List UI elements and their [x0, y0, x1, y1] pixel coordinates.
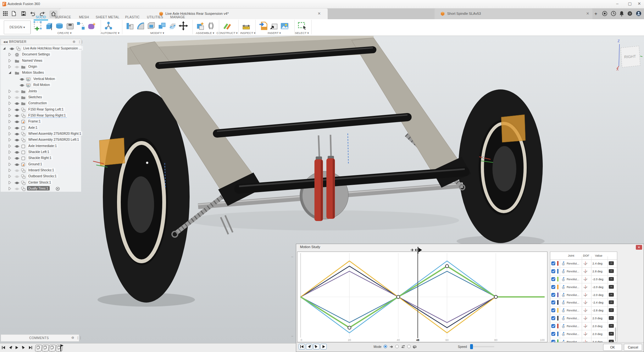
browser-item[interactable]: Roll Motion	[1, 82, 81, 88]
browser-item[interactable]: Wheel Assembly 275/60R20 Left:1	[1, 137, 81, 143]
visibility-eye-icon[interactable]	[19, 77, 25, 82]
browser-item[interactable]: Axle:1	[1, 125, 81, 131]
table-scrollbar[interactable]	[615, 327, 616, 341]
visibility-eye-icon[interactable]	[14, 186, 19, 191]
timeline-skip-start-button[interactable]	[1, 345, 8, 351]
visibility-eye-icon[interactable]	[14, 119, 19, 124]
joint-row[interactable]: Revolut... 2.8 deg –	[550, 268, 617, 275]
visibility-eye-icon[interactable]	[14, 113, 19, 118]
browser-item[interactable]: Sketches	[1, 94, 81, 100]
timeline-joint-feature-icon[interactable]	[35, 345, 42, 351]
panel-grip-icon[interactable]: ❘❘	[76, 336, 82, 339]
collapse-value-button[interactable]: –	[609, 332, 614, 336]
app-grid-button[interactable]	[2, 11, 9, 17]
expander-open-icon[interactable]	[2, 46, 7, 51]
joint-row[interactable]: Revolut... 2.0 deg –	[550, 322, 617, 330]
browser-item[interactable]: Document Settings	[1, 52, 81, 58]
shell-tool-icon[interactable]	[147, 21, 156, 31]
joint-tool-icon[interactable]	[206, 21, 216, 31]
newcomp-tool-icon[interactable]	[196, 21, 205, 31]
profile-icon[interactable]	[635, 11, 642, 17]
expander-closed-icon[interactable]	[8, 132, 13, 137]
browser-item-label[interactable]: Construction	[27, 101, 48, 105]
group-label[interactable]: INSERT ▾	[268, 31, 281, 35]
browser-item[interactable]: Vertical Motion	[1, 76, 81, 82]
panel-resize-handle[interactable]: ⇔	[291, 334, 294, 338]
notifications-icon[interactable]	[618, 11, 625, 17]
visibility-eye-icon[interactable]	[14, 95, 19, 100]
revolve-tool-icon[interactable]	[55, 21, 64, 31]
browser-item[interactable]: Shackle Left:1	[1, 149, 81, 155]
ribbon-tab-plastic[interactable]: PLASTIC	[125, 15, 140, 19]
joint-checkbox[interactable]	[551, 332, 555, 336]
presspull-tool-icon[interactable]	[125, 21, 135, 31]
timeline-skip-end-button[interactable]	[28, 345, 35, 351]
visibility-eye-icon[interactable]	[14, 168, 19, 173]
joint-row[interactable]: Revolut... -2.0 deg –	[550, 283, 617, 291]
visibility-eye-icon[interactable]	[14, 174, 19, 179]
browser-item-label[interactable]: F150 Rear Spring Left:1	[27, 107, 65, 111]
mode-radio-loop[interactable]	[407, 345, 411, 348]
browser-item[interactable]: Joints	[1, 88, 81, 94]
browser-item-label[interactable]: Center Shock:1	[27, 180, 52, 185]
visibility-eye-icon[interactable]	[14, 150, 19, 155]
collapse-value-button[interactable]: –	[609, 269, 614, 273]
browser-item-label[interactable]: Outboard Shocks:1	[27, 174, 58, 178]
fillet-tool-icon[interactable]	[136, 21, 145, 31]
extensions-icon[interactable]	[601, 11, 608, 17]
workspace-selector[interactable]: DESIGN ▾	[4, 20, 31, 34]
joint-value[interactable]: -2.0 deg	[592, 285, 603, 289]
browser-item[interactable]: Origin	[1, 64, 81, 70]
pattern-tool-icon[interactable]	[76, 21, 86, 31]
group-label[interactable]: AUTOMATE ▾	[101, 31, 119, 35]
visibility-eye-icon[interactable]	[14, 101, 19, 106]
motion-chart[interactable]: 02040486080100	[297, 252, 547, 342]
expander-closed-icon[interactable]	[8, 95, 13, 100]
collapse-value-button[interactable]: –	[609, 293, 614, 297]
timeline-step-forward-button[interactable]	[21, 345, 28, 351]
browser-header[interactable]: ◀◀ BROWSER ⊖ ❘❘	[1, 39, 81, 45]
browser-item[interactable]: Axle Intermediate:1	[1, 143, 81, 149]
browser-item[interactable]: F150 Rear Spring Right:1	[1, 113, 81, 119]
group-label[interactable]: MODIFY ▾	[150, 31, 164, 35]
browser-item-label[interactable]: Ground:1	[27, 162, 43, 166]
browser-item-label[interactable]: Motion Studies	[21, 70, 45, 75]
browser-item[interactable]: Outboard Shocks:1	[1, 173, 81, 179]
timeline-playhead[interactable]	[58, 344, 64, 352]
speed-slider-track[interactable]	[470, 346, 494, 347]
joint-value[interactable]: 2.0 deg	[592, 332, 602, 336]
expander-closed-icon[interactable]	[8, 138, 13, 143]
visibility-eye-icon[interactable]	[14, 180, 19, 185]
joint-row[interactable]: Revolut... 2.0 deg –	[550, 330, 617, 338]
expander-closed-icon[interactable]	[8, 168, 13, 173]
browser-item-label[interactable]: F150 Rear Spring Right:1	[27, 113, 67, 118]
collapse-panel-icon[interactable]: ◀◀	[3, 40, 8, 43]
expander-closed-icon[interactable]	[8, 119, 13, 124]
browser-item[interactable]: Construction	[1, 100, 81, 106]
automate-tool-icon[interactable]	[104, 21, 113, 31]
ribbon-tab-mesh[interactable]: MESH	[79, 15, 89, 19]
insertsvg-tool-icon[interactable]	[258, 21, 268, 31]
joint-value[interactable]: 2.8 deg	[592, 270, 602, 273]
job-status-icon[interactable]	[610, 11, 617, 17]
joint-row[interactable]: Revolut... 2.4 deg –	[550, 260, 617, 268]
browser-item[interactable]: Live Axle Hotchkiss Rear Suspension ...	[1, 46, 81, 52]
visibility-eye-icon[interactable]	[14, 65, 19, 70]
collapse-value-button[interactable]: –	[609, 277, 614, 281]
help-icon[interactable]: ?	[626, 11, 633, 17]
right-dually-tire[interactable]	[458, 89, 543, 243]
browser-item-label[interactable]: Vertical Motion	[32, 77, 56, 81]
expander-closed-icon[interactable]	[8, 126, 13, 131]
view-cube[interactable]: Z RIGHT X	[614, 37, 643, 72]
joint-row[interactable]: Revolut... -2.0 deg –	[550, 291, 617, 299]
joint-checkbox[interactable]	[551, 300, 555, 304]
timeline-play-button[interactable]	[14, 345, 21, 351]
mode-radio-back-and-forth[interactable]	[395, 345, 399, 348]
joint-value[interactable]: 2.0 deg	[592, 324, 602, 328]
visibility-eye-icon[interactable]	[19, 83, 25, 88]
browser-item[interactable]: Motion Studies	[1, 70, 81, 76]
collapse-value-button[interactable]: –	[609, 308, 614, 312]
browser-item-label[interactable]: Shackle Right:1	[27, 156, 53, 160]
motion-study-close-button[interactable]: ✕	[636, 245, 642, 250]
sketch-tool-icon[interactable]	[33, 21, 43, 31]
